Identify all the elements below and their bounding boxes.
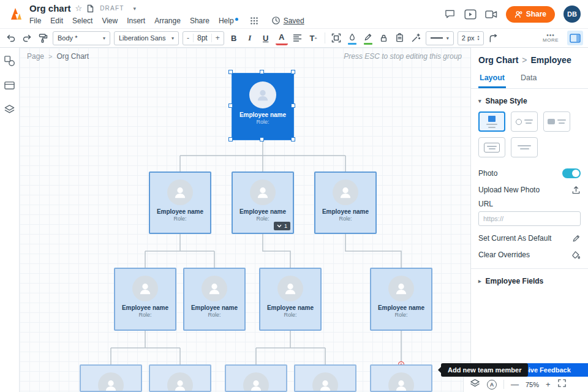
clear-overrides-row[interactable]: Clear Overrides xyxy=(478,247,581,262)
fill-color-icon[interactable] xyxy=(346,31,358,45)
org-node[interactable] xyxy=(370,364,432,392)
user-avatar[interactable]: DB xyxy=(564,6,581,23)
org-node[interactable]: Employee name Role: xyxy=(183,268,246,331)
employee-fields-section-header[interactable]: ▸ Employee Fields xyxy=(478,277,581,285)
right-panel-toggle-icon[interactable] xyxy=(567,31,583,45)
caret-down-icon: ▾ xyxy=(478,98,481,104)
shape-data-icon[interactable] xyxy=(394,31,406,45)
menu-select[interactable]: Select xyxy=(72,17,92,25)
org-node-root-selected[interactable]: Employee name Role: xyxy=(232,73,294,140)
avatar xyxy=(202,276,227,301)
apps-waffle-icon[interactable] xyxy=(250,17,258,25)
org-node[interactable] xyxy=(80,364,142,392)
set-default-row[interactable]: Set Current As Default xyxy=(478,231,581,246)
tab-layout[interactable]: Layout xyxy=(478,71,506,88)
style-option-photo-top[interactable] xyxy=(478,111,505,132)
menu-help[interactable]: Help xyxy=(219,17,238,25)
menu-file[interactable]: File xyxy=(29,17,41,25)
selection-handle[interactable] xyxy=(228,70,233,74)
connector-style-icon[interactable] xyxy=(488,31,500,45)
document-title[interactable]: Org chart xyxy=(29,3,71,13)
underline-button[interactable]: U xyxy=(260,31,272,45)
upload-photo-row[interactable]: Upload New Photo xyxy=(478,183,581,197)
share-button[interactable]: Share xyxy=(506,6,555,23)
style-option-text-only[interactable] xyxy=(511,137,538,157)
tutorial-video-icon[interactable] xyxy=(464,9,477,20)
selection-handle[interactable] xyxy=(260,137,264,141)
menu-view[interactable]: View xyxy=(102,17,118,25)
selection-handle[interactable] xyxy=(291,104,295,108)
toggle-knob-icon xyxy=(572,170,579,177)
font-size-increase[interactable]: + xyxy=(211,34,224,42)
collapse-count-badge[interactable]: 1 xyxy=(274,222,290,230)
org-node[interactable] xyxy=(149,364,211,392)
font-size-value[interactable]: 8pt xyxy=(194,34,211,42)
fullscreen-icon[interactable] xyxy=(557,379,567,390)
video-camera-icon[interactable] xyxy=(485,10,497,19)
org-node[interactable]: Employee name Role: xyxy=(114,268,176,331)
style-option-photo-left[interactable] xyxy=(543,111,570,132)
redo-icon[interactable] xyxy=(21,31,33,45)
italic-button[interactable]: I xyxy=(244,31,256,45)
text-style-dropdown[interactable]: Body * ▾ xyxy=(53,31,110,45)
menu-arrange[interactable]: Arrange xyxy=(154,17,181,25)
document-status-icon xyxy=(86,4,94,13)
selection-handle[interactable] xyxy=(291,70,295,74)
shapes-panel-icon[interactable] xyxy=(4,55,15,69)
url-input[interactable] xyxy=(478,211,581,226)
style-option-circle-left[interactable] xyxy=(511,111,538,132)
save-status[interactable]: Saved xyxy=(271,16,304,25)
photo-toggle[interactable] xyxy=(562,168,581,178)
frame-tool-icon[interactable] xyxy=(4,80,15,93)
layers-icon[interactable] xyxy=(470,379,480,391)
zoom-level[interactable]: 75% xyxy=(526,381,539,388)
text-align-icon[interactable] xyxy=(292,31,304,45)
panel-breadcrumb-parent[interactable]: Org Chart xyxy=(478,55,518,65)
menu-share[interactable]: Share xyxy=(190,17,209,25)
line-style-dropdown[interactable]: ▾ xyxy=(426,31,454,45)
undo-icon[interactable] xyxy=(5,31,17,45)
line-width-stepper[interactable]: 2 px ▴ ▾ xyxy=(458,31,484,45)
shape-frame-icon[interactable] xyxy=(330,31,342,45)
org-node[interactable]: Employee name Role: xyxy=(259,268,322,331)
accessibility-icon[interactable]: A xyxy=(487,380,497,390)
comments-icon[interactable] xyxy=(444,9,456,20)
avatar xyxy=(249,81,276,108)
more-tools-button[interactable]: ••• MORE xyxy=(543,33,559,43)
title-row: Org chart ☆ DRAFT ▾ xyxy=(29,2,304,15)
magic-wand-icon[interactable] xyxy=(410,31,422,45)
bold-button[interactable]: B xyxy=(228,31,240,45)
menu-insert[interactable]: Insert xyxy=(127,17,145,25)
zoom-in-button[interactable]: + xyxy=(546,380,551,389)
org-node[interactable]: Employee name Role: 1 xyxy=(232,172,294,234)
font-family-dropdown[interactable]: Liberation Sans ▾ xyxy=(114,31,179,45)
layers-panel-icon[interactable] xyxy=(4,104,15,118)
style-option-text-box[interactable] xyxy=(478,137,505,157)
breadcrumb-chart[interactable]: Org Chart xyxy=(56,52,89,61)
breadcrumb-page[interactable]: Page xyxy=(27,52,44,61)
org-node[interactable] xyxy=(225,364,287,392)
org-node[interactable]: Employee name Role: xyxy=(370,268,432,331)
org-node[interactable] xyxy=(294,364,356,392)
shape-style-section-header[interactable]: ▾ Shape Style xyxy=(478,97,581,105)
favorite-star-icon[interactable]: ☆ xyxy=(75,4,83,12)
text-options-icon[interactable]: T+ xyxy=(307,31,320,45)
diagram-canvas[interactable]: Page > Org Chart Press ESC to stop editi… xyxy=(20,48,470,392)
status-divider xyxy=(503,380,504,389)
draft-caret-icon[interactable]: ▾ xyxy=(134,6,137,12)
font-size-decrease[interactable]: - xyxy=(183,34,194,42)
format-painter-icon[interactable] xyxy=(37,31,49,45)
zoom-out-button[interactable]: — xyxy=(511,380,519,389)
org-node[interactable]: Employee name Role: xyxy=(314,172,377,234)
text-color-button[interactable]: A xyxy=(276,31,288,45)
selection-handle[interactable] xyxy=(291,137,295,141)
line-color-icon[interactable] xyxy=(362,31,374,45)
selection-handle[interactable] xyxy=(260,70,264,74)
selection-handle[interactable] xyxy=(228,104,233,108)
menu-edit[interactable]: Edit xyxy=(50,17,63,25)
lock-icon[interactable] xyxy=(378,31,390,45)
selection-handle[interactable] xyxy=(228,137,233,141)
tab-data[interactable]: Data xyxy=(519,71,538,88)
org-node[interactable]: Employee name Role: xyxy=(149,172,211,234)
lucid-logo-icon[interactable] xyxy=(7,6,23,22)
